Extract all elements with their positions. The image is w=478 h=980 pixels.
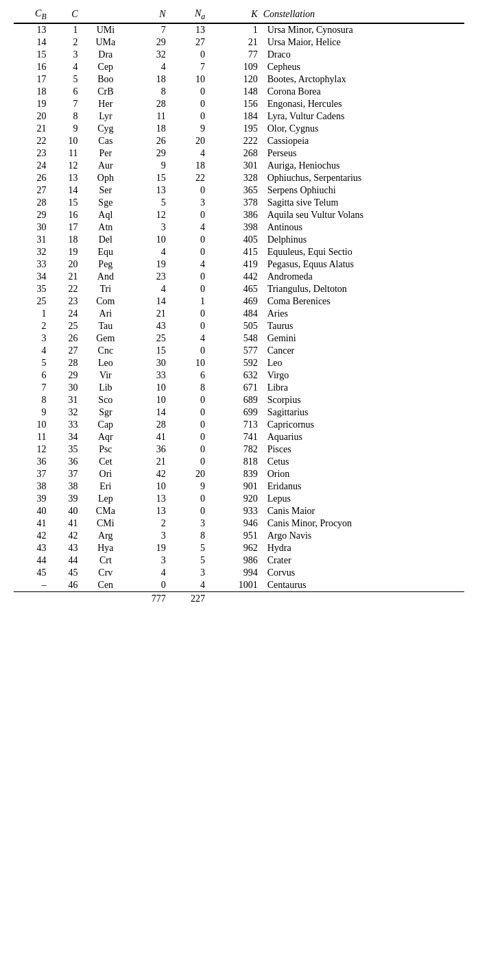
- cell-cb: 40: [14, 505, 51, 517]
- cell-k: 268: [209, 147, 262, 160]
- cell-abbr: Crt: [82, 554, 132, 567]
- cell-constellation: Triangulus, Deltoton: [262, 283, 464, 295]
- cell-constellation: Hydra: [262, 542, 464, 554]
- cell-cb: 44: [14, 554, 51, 567]
- table-row: 629Vir336632Virgo: [14, 369, 464, 382]
- cell-cb: 19: [14, 98, 51, 110]
- cell-na: 8: [170, 382, 209, 394]
- table-row: 131UMi7131Ursa Minor, Cynosura: [14, 23, 464, 36]
- cell-c: 10: [51, 135, 82, 147]
- cell-k: 1: [209, 23, 262, 36]
- cell-cb: 41: [14, 517, 51, 530]
- cell-c: 12: [51, 160, 82, 172]
- cell-n: 18: [132, 123, 169, 135]
- table-row: 4444Crt35986Crater: [14, 554, 464, 567]
- cell-constellation: Cepheus: [262, 61, 464, 73]
- table-row: 528Leo3010592Leo: [14, 357, 464, 369]
- header-abbr: [82, 7, 132, 23]
- cell-abbr: Boo: [82, 73, 132, 86]
- cell-k: 365: [209, 184, 262, 197]
- table-row: 2916Aql120386Aquila seu Vultur Volans: [14, 209, 464, 221]
- cell-cb: 45: [14, 567, 51, 579]
- cell-c: 19: [51, 246, 82, 258]
- cell-k: 818: [209, 456, 262, 468]
- table-row: 2311Per294268Perseus: [14, 147, 464, 160]
- table-row: 2523Com141469Coma Berenices: [14, 295, 464, 308]
- cell-constellation: Engonasi, Hercules: [262, 98, 464, 110]
- cell-na: 0: [170, 505, 209, 517]
- cell-abbr: Sco: [82, 394, 132, 406]
- cell-constellation: Cetus: [262, 456, 464, 468]
- cell-constellation: Argo Navis: [262, 530, 464, 542]
- table-row: –46Cen041001Centaurus: [14, 579, 464, 592]
- cell-abbr: CrB: [82, 86, 132, 98]
- cell-n: 10: [132, 480, 169, 493]
- cell-k: 671: [209, 382, 262, 394]
- cell-cb: 3: [14, 332, 51, 345]
- cell-n: 9: [132, 160, 169, 172]
- cell-na: 0: [170, 320, 209, 332]
- cell-na: 4: [170, 332, 209, 345]
- cell-c: 7: [51, 98, 82, 110]
- cell-c: 23: [51, 295, 82, 308]
- cell-c: 11: [51, 147, 82, 160]
- cell-constellation: Virgo: [262, 369, 464, 382]
- cell-abbr: Vir: [82, 369, 132, 382]
- cell-cb: –: [14, 579, 51, 592]
- cell-c: 28: [51, 357, 82, 369]
- table-row: 219Cyg189195Olor, Cygnus: [14, 123, 464, 135]
- cell-n: 2: [132, 517, 169, 530]
- cell-na: 0: [170, 406, 209, 419]
- header-k: K: [209, 7, 262, 23]
- cell-abbr: Ori: [82, 468, 132, 480]
- cell-cb: 33: [14, 258, 51, 271]
- footer-row: 777 227: [14, 591, 464, 606]
- cell-k: 577: [209, 345, 262, 357]
- table-row: 2613Oph1522328Ophiuchus, Serpentarius: [14, 172, 464, 184]
- cell-constellation: Antinous: [262, 221, 464, 234]
- cell-n: 14: [132, 295, 169, 308]
- cell-cb: 35: [14, 283, 51, 295]
- cell-abbr: Ari: [82, 308, 132, 320]
- cell-na: 0: [170, 431, 209, 443]
- cell-abbr: Atn: [82, 221, 132, 234]
- cell-na: 20: [170, 468, 209, 480]
- table-row: 3522Tri40465Triangulus, Deltoton: [14, 283, 464, 295]
- footer-abbr: [82, 591, 132, 606]
- cell-abbr: Com: [82, 295, 132, 308]
- cell-c: 38: [51, 480, 82, 493]
- cell-k: 109: [209, 61, 262, 73]
- cell-c: 40: [51, 505, 82, 517]
- cell-c: 46: [51, 579, 82, 592]
- cell-c: 1: [51, 23, 82, 36]
- cell-c: 39: [51, 493, 82, 505]
- cell-n: 36: [132, 443, 169, 456]
- table-row: 208Lyr110184Lyra, Vultur Cadens: [14, 110, 464, 123]
- cell-cb: 9: [14, 406, 51, 419]
- cell-constellation: Libra: [262, 382, 464, 394]
- footer-constellation: [262, 591, 464, 606]
- cell-abbr: Aqr: [82, 431, 132, 443]
- cell-constellation: Equuleus, Equi Sectio: [262, 246, 464, 258]
- table-row: 2714Ser130365Serpens Ophiuchi: [14, 184, 464, 197]
- table-row: 153Dra32077Draco: [14, 49, 464, 61]
- cell-cb: 28: [14, 197, 51, 209]
- cell-na: 22: [170, 172, 209, 184]
- cell-n: 5: [132, 197, 169, 209]
- cell-c: 2: [51, 36, 82, 49]
- cell-c: 24: [51, 308, 82, 320]
- table-row: 186CrB80148Corona Borea: [14, 86, 464, 98]
- cell-na: 4: [170, 579, 209, 592]
- cell-constellation: Corvus: [262, 567, 464, 579]
- header-n: N: [132, 7, 169, 23]
- footer-n-total: 777: [132, 591, 169, 606]
- cell-c: 8: [51, 110, 82, 123]
- cell-constellation: Eridanus: [262, 480, 464, 493]
- cell-cb: 30: [14, 221, 51, 234]
- cell-c: 5: [51, 73, 82, 86]
- cell-abbr: Psc: [82, 443, 132, 456]
- cell-k: 469: [209, 295, 262, 308]
- cell-n: 33: [132, 369, 169, 382]
- cell-k: 839: [209, 468, 262, 480]
- table-row: 326Gem254548Gemini: [14, 332, 464, 345]
